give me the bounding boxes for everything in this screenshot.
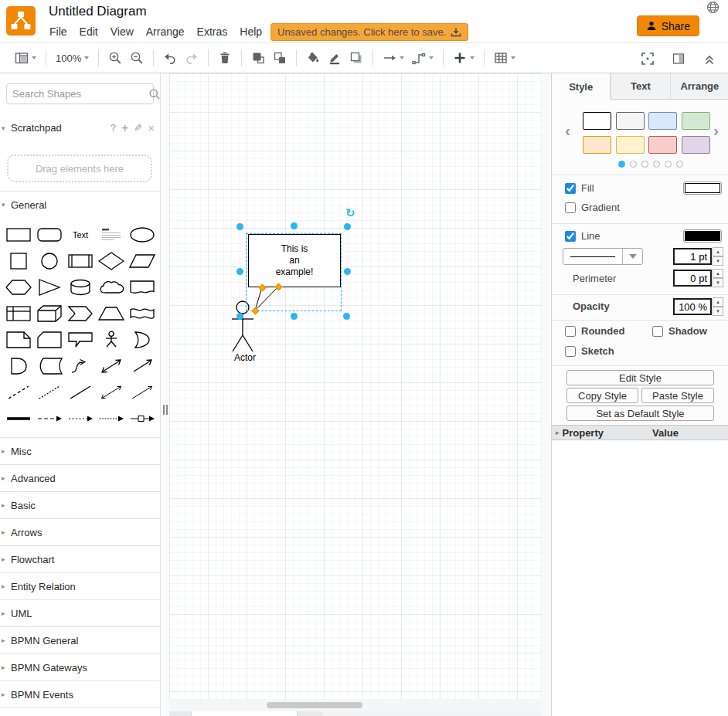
fill-checkbox[interactable] xyxy=(565,183,576,194)
menu-help[interactable]: Help xyxy=(240,25,262,38)
perimeter-input[interactable] xyxy=(673,270,712,287)
spinner-down-icon[interactable]: ▼ xyxy=(713,256,723,266)
selected-rectangle-shape[interactable]: This is an example! xyxy=(248,234,341,287)
selection-handle[interactable] xyxy=(291,222,298,229)
gradient-checkbox[interactable] xyxy=(565,202,576,213)
splitter-grip-icon[interactable] xyxy=(162,405,168,416)
style-swatch-none[interactable] xyxy=(583,112,611,130)
style-swatch-green[interactable] xyxy=(682,112,710,130)
sidebar-section-arrows[interactable]: ▸Arrows xyxy=(0,518,161,545)
shape-note[interactable] xyxy=(3,327,34,353)
shape-dotted-line[interactable] xyxy=(34,379,65,406)
sidebar-splitter[interactable] xyxy=(162,73,169,716)
format-panel-button[interactable] xyxy=(672,52,685,66)
shape-arrow[interactable] xyxy=(127,353,158,379)
shape-rounded-rectangle[interactable] xyxy=(34,222,65,248)
selection-handle[interactable] xyxy=(291,313,298,320)
shape-labeled-edge[interactable] xyxy=(127,406,158,432)
sidebar-section-bpmn-gateways[interactable]: ▸BPMN Gateways xyxy=(0,653,161,680)
line-color-button[interactable] xyxy=(328,51,342,65)
selection-handle[interactable] xyxy=(344,223,351,230)
shape-actor[interactable] xyxy=(96,327,127,353)
shape-text[interactable]: Text xyxy=(65,222,96,248)
shape-dashed-line[interactable] xyxy=(3,379,34,406)
sidebar-section-bpmn-general[interactable]: ▸BPMN General xyxy=(0,626,161,653)
selection-handle[interactable] xyxy=(343,313,350,320)
line-width-input[interactable] xyxy=(673,248,712,265)
spinner-up-icon[interactable]: ▲ xyxy=(713,269,723,278)
shape-cloud[interactable] xyxy=(96,274,127,300)
style-swatch-blue[interactable] xyxy=(648,112,677,130)
edit-style-button[interactable]: Edit Style xyxy=(566,370,714,385)
shape-dotted-edge-1[interactable] xyxy=(65,406,96,432)
selection-handle[interactable] xyxy=(236,313,243,320)
sidebar-section-misc[interactable]: ▸Misc xyxy=(0,437,161,464)
shape-triangle[interactable] xyxy=(34,274,65,300)
shape-step[interactable] xyxy=(65,300,96,327)
scratchpad-header[interactable]: ▾ Scratchpad ? + ✎ × xyxy=(0,114,161,141)
spinner-up-icon[interactable]: ▲ xyxy=(713,247,723,256)
scratchpad-help-icon[interactable]: ? xyxy=(111,122,116,134)
tab-style[interactable]: Style xyxy=(552,73,611,100)
sidebar-section-flowchart[interactable]: ▸Flowchart xyxy=(0,545,161,572)
scratchpad-add-icon[interactable]: + xyxy=(121,121,128,135)
shape-bidirectional-arrow[interactable] xyxy=(96,353,127,379)
shape-data-storage[interactable] xyxy=(34,353,65,379)
zoom-out-button[interactable] xyxy=(130,51,144,65)
connection-button[interactable] xyxy=(383,51,404,65)
copy-style-button[interactable]: Copy Style xyxy=(566,388,638,403)
swatch-page-dot[interactable] xyxy=(653,161,660,168)
scrollbar-thumb[interactable] xyxy=(267,702,362,708)
menu-extras[interactable]: Extras xyxy=(197,25,228,38)
spinner-down-icon[interactable]: ▼ xyxy=(713,307,723,316)
line-width-spinner[interactable]: ▲ ▼ xyxy=(713,247,723,266)
spinner-up-icon[interactable]: ▲ xyxy=(713,297,723,307)
general-section-header[interactable]: ▾ General xyxy=(0,191,161,218)
style-swatch-orange[interactable] xyxy=(583,136,611,154)
line-style-dropdown[interactable] xyxy=(563,248,643,265)
perimeter-spinner[interactable]: ▲ ▼ xyxy=(713,269,723,287)
tab-text[interactable]: Text xyxy=(611,73,669,100)
shape-square[interactable] xyxy=(3,248,34,274)
sidebar-section-entity-relation[interactable]: ▸Entity Relation xyxy=(0,572,161,599)
view-panels-button[interactable] xyxy=(15,51,36,65)
diagram-page[interactable]: Actor This is an example! ↻ xyxy=(169,73,541,699)
shape-rectangle[interactable] xyxy=(3,222,34,248)
horizontal-scrollbar[interactable] xyxy=(169,699,541,711)
shadow-checkbox[interactable] xyxy=(652,326,663,337)
menu-view[interactable]: View xyxy=(111,25,134,38)
swatch-page-dot[interactable] xyxy=(630,161,637,168)
style-swatch-red[interactable] xyxy=(648,136,677,154)
rotate-handle-icon[interactable]: ↻ xyxy=(345,206,355,220)
insert-button[interactable] xyxy=(453,51,475,65)
shape-dashed-edge[interactable] xyxy=(34,406,65,432)
swatch-page-dot[interactable] xyxy=(665,161,672,168)
rounded-checkbox[interactable] xyxy=(565,326,576,337)
menu-file[interactable]: File xyxy=(49,25,67,38)
zoom-level-dropdown[interactable]: 100% xyxy=(56,53,89,64)
shape-internal-storage[interactable] xyxy=(3,300,34,327)
sidebar-section-uml[interactable]: ▸UML xyxy=(0,599,161,626)
swatch-next-icon[interactable]: › xyxy=(713,121,719,140)
sidebar-section-advanced[interactable]: ▸Advanced xyxy=(0,464,161,491)
shape-directional-connector[interactable] xyxy=(127,379,158,406)
dropdown-arrow-icon[interactable] xyxy=(622,249,642,264)
fill-color-button[interactable] xyxy=(306,51,320,65)
spinner-down-icon[interactable]: ▼ xyxy=(713,278,723,287)
fill-color-button[interactable] xyxy=(683,182,722,195)
style-swatch-purple[interactable] xyxy=(682,136,710,154)
shadow-button[interactable] xyxy=(349,51,363,65)
fullscreen-button[interactable] xyxy=(641,52,655,66)
sidebar-section-bpmn-events[interactable]: ▸BPMN Events xyxy=(0,680,161,708)
selection-handle[interactable] xyxy=(236,223,243,230)
shape-callout[interactable] xyxy=(65,327,96,353)
search-input[interactable] xyxy=(12,88,148,100)
tab-arrange[interactable]: Arrange xyxy=(670,73,728,100)
line-color-button[interactable] xyxy=(683,229,722,243)
shape-diamond[interactable] xyxy=(96,248,127,274)
shape-cube[interactable] xyxy=(34,300,65,327)
scratchpad-close-icon[interactable]: × xyxy=(148,121,155,134)
share-button[interactable]: Share xyxy=(637,15,699,36)
shape-parallelogram[interactable] xyxy=(127,248,158,274)
shape-link[interactable] xyxy=(3,406,34,432)
